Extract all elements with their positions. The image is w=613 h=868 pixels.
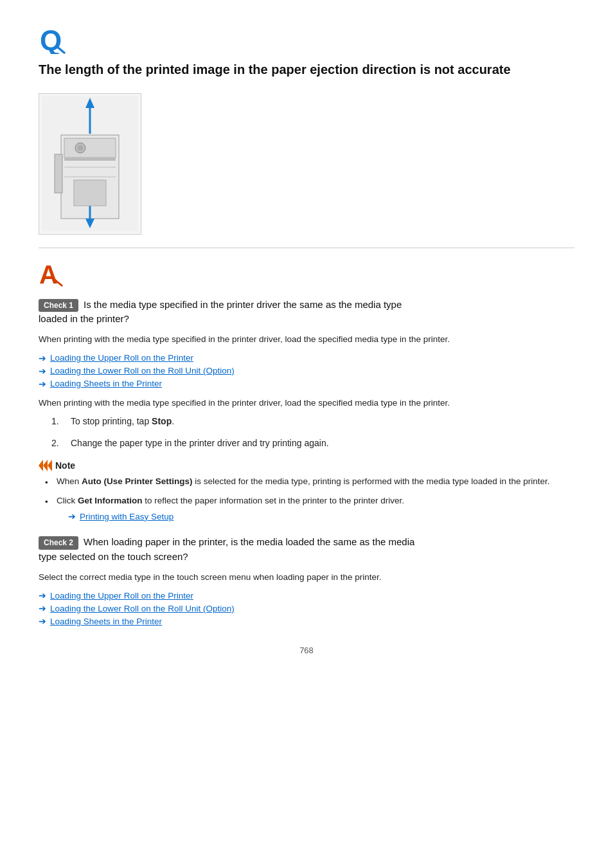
svg-marker-19 (43, 460, 48, 471)
link-lower-roll-1[interactable]: Loading the Lower Roll on the Roll Unit … (50, 366, 235, 375)
arrow-icon: ➔ (39, 603, 46, 613)
auto-bold: Auto (Use Printer Settings) (82, 476, 193, 486)
printer-image (39, 93, 141, 235)
note-header: Note (39, 460, 574, 471)
svg-marker-20 (48, 460, 52, 471)
section-divider (39, 248, 574, 248)
arrow-icon: ➔ (68, 510, 76, 523)
page-number: 768 (39, 646, 574, 655)
list-item: ➔ Loading Sheets in the Printer (39, 379, 574, 389)
note-chevron-icon (39, 460, 53, 471)
svg-rect-9 (55, 154, 62, 193)
list-item: ➔ Loading the Lower Roll on the Roll Uni… (39, 603, 574, 613)
check1-body1: When printing with the media type specif… (39, 333, 574, 346)
link-lower-roll-2[interactable]: Loading the Lower Roll on the Roll Unit … (50, 604, 235, 613)
arrow-icon: ➔ (39, 616, 46, 626)
list-item: ➔ Loading Sheets in the Printer (39, 616, 574, 626)
note-bullet-1: • When Auto (Use Printer Settings) is se… (39, 475, 574, 489)
arrow-icon: ➔ (39, 353, 46, 363)
arrow-icon: ➔ (39, 590, 46, 601)
svg-marker-18 (39, 460, 43, 471)
check2-link-list: ➔ Loading the Upper Roll on the Printer … (39, 590, 574, 626)
link-easy-setup[interactable]: Printing with Easy Setup (80, 511, 173, 523)
check1-question: Check 1Is the media type specified in th… (39, 298, 574, 325)
check2-question: Check 2When loading paper in the printer… (39, 535, 574, 563)
note-bullet-2: • Click Get Information to reflect the p… (39, 494, 574, 523)
svg-rect-12 (64, 158, 116, 161)
link-sheets-1[interactable]: Loading Sheets in the Printer (50, 379, 162, 388)
get-info-bold: Get Information (78, 496, 143, 505)
arrow-icon: ➔ (39, 366, 46, 376)
check1-steps: 1. To stop printing, tap Stop. 2. Change… (39, 416, 574, 448)
svg-rect-4 (64, 138, 116, 158)
list-item: ➔ Loading the Upper Roll on the Printer (39, 590, 574, 601)
link-upper-roll-2[interactable]: Loading the Upper Roll on the Printer (50, 591, 193, 601)
check1-badge: Check 1 (39, 299, 78, 312)
link-sheets-2[interactable]: Loading Sheets in the Printer (50, 617, 162, 626)
printer-diagram (42, 96, 138, 231)
check2-section: Check 2When loading paper in the printer… (39, 535, 574, 626)
a-icon: A (39, 261, 64, 287)
a-icon-container: A (39, 261, 574, 298)
svg-text:A: A (39, 261, 58, 287)
link-upper-roll-1[interactable]: Loading the Upper Roll on the Printer (50, 353, 193, 363)
check1-link-list1: ➔ Loading the Upper Roll on the Printer … (39, 353, 574, 389)
list-item: ➔ Loading the Lower Roll on the Roll Uni… (39, 366, 574, 376)
note-box: Note • When Auto (Use Printer Settings) … (39, 460, 574, 524)
check2-body: Select the correct media type in the tou… (39, 571, 574, 584)
bullet-dot: • (45, 476, 51, 489)
check1-body2: When printing with the media type specif… (39, 397, 574, 410)
svg-rect-15 (74, 180, 106, 206)
note-icon (39, 460, 53, 471)
step2-text: Change the paper type in the printer dri… (71, 438, 329, 448)
svg-text:Q: Q (40, 26, 62, 54)
check1-section: Check 1Is the media type specified in th… (39, 298, 574, 523)
svg-point-11 (78, 145, 83, 150)
page-title: The length of the printed image in the p… (39, 61, 574, 78)
note-sub-link: ➔ Printing with Easy Setup (68, 510, 404, 523)
step-item-2: 2. Change the paper type in the printer … (39, 438, 574, 448)
check2-badge: Check 2 (39, 536, 78, 550)
bullet-dot: • (45, 496, 51, 509)
q-icon: Q (39, 26, 67, 54)
q-icon-container: Q (39, 26, 574, 61)
note-label: Note (55, 460, 75, 471)
step-item-1: 1. To stop printing, tap Stop. (39, 416, 574, 426)
list-item: ➔ Loading the Upper Roll on the Printer (39, 353, 574, 363)
arrow-icon: ➔ (39, 379, 46, 389)
main-page: Q The length of the printed image in the… (0, 0, 613, 868)
stop-bold: Stop (152, 416, 172, 426)
